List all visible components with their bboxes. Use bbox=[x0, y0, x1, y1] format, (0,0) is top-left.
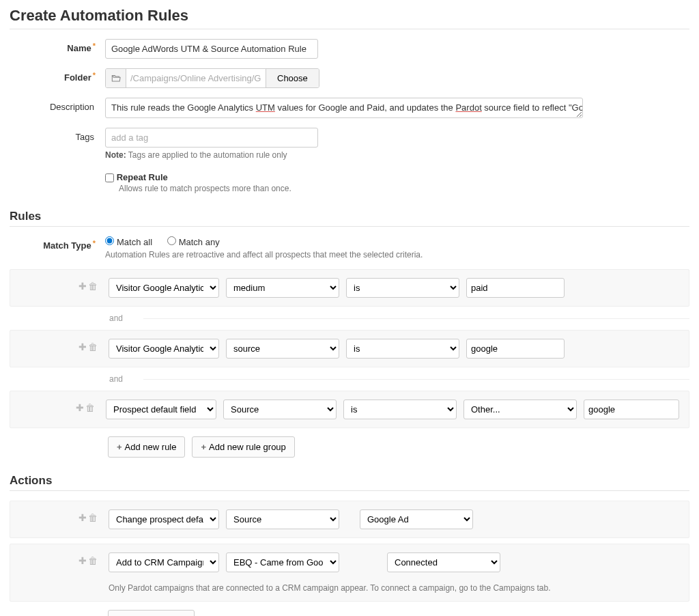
rule-icons: ✚🗑 bbox=[20, 339, 109, 352]
rules-heading: Rules bbox=[10, 210, 689, 223]
rule-operator-select[interactable]: is bbox=[346, 339, 459, 359]
rule-row: ✚🗑 Visitor Google Analytics para medium … bbox=[10, 269, 689, 307]
rule-connector: and bbox=[109, 374, 689, 384]
connector-line bbox=[143, 379, 689, 380]
rule-icons: ✚🗑 bbox=[20, 552, 109, 566]
trash-icon[interactable]: 🗑 bbox=[85, 402, 95, 413]
connector-line bbox=[143, 318, 689, 319]
action-attr-select[interactable]: Source bbox=[226, 509, 339, 529]
add-icon[interactable]: ✚ bbox=[79, 555, 87, 566]
action-row: ✚🗑 Add to CRM Campaign EBQ - Came from G… bbox=[10, 544, 689, 602]
repeat-rule-help: Allows rule to match prospects more than… bbox=[119, 184, 318, 193]
connector-label: and bbox=[109, 374, 123, 384]
add-icon[interactable]: ✚ bbox=[79, 341, 87, 352]
match-all-radio[interactable] bbox=[105, 236, 114, 245]
divider bbox=[10, 490, 689, 491]
action-buttons: Add new action bbox=[108, 610, 689, 616]
tags-note-text: Tags are applied to the automation rule … bbox=[126, 150, 287, 160]
match-type-label: Match Type bbox=[10, 236, 105, 251]
desc-text: This rule reads the Google Analytics bbox=[111, 102, 256, 113]
rule-operator-select[interactable]: is bbox=[346, 278, 459, 298]
action-row: ✚🗑 Change prospect default fiel Source G… bbox=[10, 501, 689, 538]
rule-attr-select[interactable]: source bbox=[226, 339, 339, 359]
desc-pardot: Pardot bbox=[455, 102, 481, 113]
match-type-row: Match Type Match all Match any Automatio… bbox=[10, 236, 689, 260]
rule-value-input[interactable] bbox=[466, 278, 565, 298]
tags-row: Tags Note: Tags are applied to the autom… bbox=[10, 128, 689, 193]
tags-label: Tags bbox=[10, 128, 105, 142]
name-label: Name bbox=[10, 39, 105, 53]
action-status-select[interactable]: Connected bbox=[387, 552, 500, 572]
repeat-rule-checkbox[interactable] bbox=[105, 173, 114, 182]
description-input[interactable]: This rule reads the Google Analytics UTM… bbox=[105, 98, 583, 118]
rule-value-select[interactable]: Other... bbox=[463, 400, 577, 419]
rule-buttons: Add new rule Add new rule group bbox=[108, 436, 689, 458]
desc-text: values for Google and Paid, and updates … bbox=[275, 102, 456, 113]
divider bbox=[10, 226, 689, 227]
action-field-select[interactable]: Add to CRM Campaign bbox=[109, 552, 219, 572]
rule-field-select[interactable]: Visitor Google Analytics para bbox=[109, 278, 219, 298]
add-rule-label: Add new rule bbox=[125, 442, 177, 452]
match-type-help: Automation Rules are retroactive and aff… bbox=[105, 250, 423, 260]
add-icon[interactable]: ✚ bbox=[79, 512, 87, 523]
rule-row: ✚🗑 Visitor Google Analytics para source … bbox=[10, 330, 689, 367]
add-icon[interactable]: ✚ bbox=[79, 281, 87, 292]
add-rule-button[interactable]: Add new rule bbox=[108, 436, 185, 458]
trash-icon[interactable]: 🗑 bbox=[88, 281, 98, 292]
tags-note: Note: Tags are applied to the automation… bbox=[105, 150, 318, 160]
trash-icon[interactable]: 🗑 bbox=[88, 341, 98, 352]
add-rule-group-button[interactable]: Add new rule group bbox=[192, 436, 294, 458]
trash-icon[interactable]: 🗑 bbox=[88, 555, 98, 566]
folder-path bbox=[126, 69, 266, 87]
name-row: Name bbox=[10, 39, 689, 59]
rule-row: ✚🗑 Prospect default field Source is Othe… bbox=[10, 391, 689, 428]
action-campaign-select[interactable]: EBQ - Came from Google Ad bbox=[226, 552, 339, 572]
action-value-select[interactable]: Google Ad bbox=[360, 509, 473, 529]
folder-choose-button[interactable]: Choose bbox=[266, 69, 319, 87]
desc-text: source field to reflect "Google Ads." bbox=[482, 102, 583, 113]
match-any-option[interactable]: Match any bbox=[167, 237, 220, 247]
rule-icons: ✚🗑 bbox=[20, 400, 106, 413]
add-rule-group-label: Add new rule group bbox=[209, 442, 286, 452]
divider bbox=[10, 29, 689, 29]
description-row: Description This rule reads the Google A… bbox=[10, 98, 689, 118]
tags-input[interactable] bbox=[105, 128, 318, 148]
rule-operator-select[interactable]: is bbox=[343, 400, 457, 419]
action-field-select[interactable]: Change prospect default fiel bbox=[109, 509, 219, 529]
description-label: Description bbox=[10, 98, 105, 112]
match-all-label: Match all bbox=[117, 237, 152, 247]
rule-icons: ✚🗑 bbox=[20, 509, 109, 523]
rule-attr-select[interactable]: medium bbox=[226, 278, 339, 298]
match-any-radio[interactable] bbox=[167, 236, 176, 245]
trash-icon[interactable]: 🗑 bbox=[88, 512, 98, 523]
connector-label: and bbox=[109, 313, 123, 323]
rule-attr-select[interactable]: Source bbox=[223, 400, 337, 419]
match-any-label: Match any bbox=[179, 237, 220, 247]
name-input[interactable] bbox=[105, 39, 318, 59]
repeat-rule-block: Repeat Rule Allows rule to match prospec… bbox=[105, 172, 318, 193]
tags-note-bold: Note: bbox=[105, 150, 126, 160]
folder-open-icon bbox=[106, 69, 126, 87]
rule-field-select[interactable]: Visitor Google Analytics para bbox=[109, 339, 219, 359]
desc-utm: UTM bbox=[256, 102, 275, 113]
folder-label: Folder bbox=[10, 68, 105, 83]
repeat-rule-label: Repeat Rule bbox=[117, 172, 168, 182]
match-type-radios: Match all Match any bbox=[105, 236, 423, 247]
add-action-button[interactable]: Add new action bbox=[108, 610, 195, 616]
actions-heading: Actions bbox=[10, 474, 689, 488]
rule-value-input[interactable] bbox=[466, 339, 565, 359]
page-title: Create Automation Rules bbox=[10, 7, 689, 25]
match-all-option[interactable]: Match all bbox=[105, 237, 152, 247]
rule-icons: ✚🗑 bbox=[20, 278, 109, 292]
rule-connector: and bbox=[109, 313, 689, 323]
folder-input-group: Choose bbox=[105, 68, 319, 88]
rule-field-select[interactable]: Prospect default field bbox=[106, 400, 216, 419]
folder-row: Folder Choose bbox=[10, 68, 689, 88]
rule-value-input[interactable] bbox=[584, 400, 679, 419]
add-icon[interactable]: ✚ bbox=[76, 402, 84, 413]
campaign-note: Only Pardot campaigns that are connected… bbox=[109, 583, 551, 593]
